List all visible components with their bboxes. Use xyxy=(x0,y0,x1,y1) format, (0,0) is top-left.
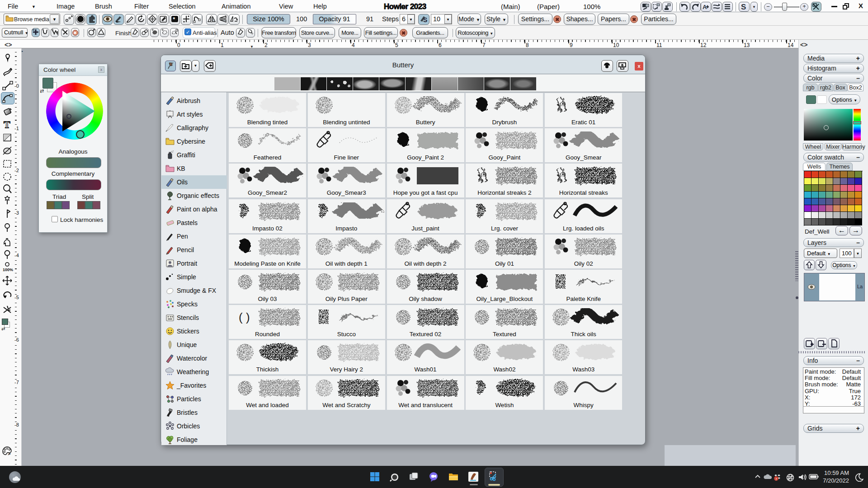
svg-text:100%: 100% xyxy=(3,267,13,272)
svg-text:>: > xyxy=(8,451,10,456)
svg-text:T: T xyxy=(4,119,10,130)
svg-text:7: 7 xyxy=(775,477,778,481)
svg-text:( ): ( ) xyxy=(239,310,250,324)
